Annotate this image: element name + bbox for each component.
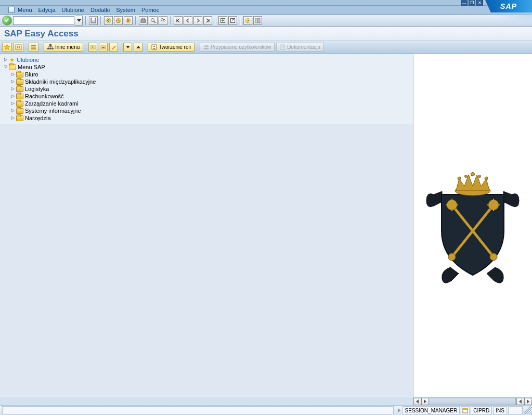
- svg-point-33: [204, 45, 206, 47]
- add-to-favorites-button[interactable]: +: [88, 43, 97, 51]
- status-system: CIPRD: [471, 406, 492, 414]
- next-page-button[interactable]: [193, 16, 202, 25]
- exit-button[interactable]: [114, 16, 123, 25]
- screen-header: SAP Easy Access: [0, 27, 532, 41]
- prev-page-button[interactable]: [184, 16, 192, 25]
- tree-item[interactable]: ▷Biuro: [3, 71, 413, 78]
- change-favorites-button[interactable]: [109, 43, 118, 51]
- create-role-button[interactable]: Tworzenie roli: [148, 43, 194, 51]
- back-button[interactable]: [104, 16, 113, 25]
- maximize-icon[interactable]: ❐: [469, 0, 475, 6]
- folder-icon: [16, 94, 23, 99]
- sap-logo: SAP: [485, 0, 532, 12]
- command-field-dropdown[interactable]: [75, 16, 83, 25]
- create-session-button[interactable]: [218, 16, 227, 25]
- folder-icon: [16, 108, 23, 114]
- resize-grip[interactable]: [524, 406, 532, 414]
- generate-shortcut-button[interactable]: [228, 16, 237, 25]
- menu-ulubione[interactable]: Ulubione: [62, 7, 84, 13]
- tree-item[interactable]: ▷Rachunkowość: [3, 93, 413, 100]
- coat-of-arms-image: [423, 166, 522, 286]
- tree-item[interactable]: ▷Systemy informacyjne: [3, 107, 413, 114]
- collapse-icon[interactable]: ▷: [10, 101, 15, 106]
- find-next-button[interactable]: [159, 16, 167, 25]
- collapse-icon[interactable]: ▷: [10, 116, 15, 121]
- svg-point-50: [448, 253, 456, 261]
- collapse-icon[interactable]: ▷: [10, 109, 15, 113]
- folder-icon: [16, 72, 23, 77]
- tree-item[interactable]: ▷Zarządzanie kadrami: [3, 100, 413, 107]
- find-button[interactable]: [149, 16, 158, 25]
- enter-button[interactable]: ✔: [2, 16, 12, 25]
- close-icon[interactable]: ✕: [476, 0, 483, 6]
- navigation-tree[interactable]: ▷ ★ Ulubione ▽ Menu SAP ▷Biuro ▷Składnik…: [0, 54, 413, 122]
- svg-marker-19: [4, 44, 10, 50]
- standard-toolbar: ✔ ?: [0, 15, 532, 27]
- svg-point-42: [471, 173, 475, 176]
- menu-system[interactable]: System: [116, 7, 135, 13]
- expand-favorites-button[interactable]: [29, 43, 38, 51]
- collapse-icon[interactable]: ▷: [10, 80, 15, 84]
- svg-point-44: [465, 175, 468, 178]
- folder-icon: [16, 79, 23, 85]
- save-button[interactable]: [89, 16, 98, 25]
- expand-icon[interactable]: ▽: [3, 65, 8, 70]
- collapse-icon[interactable]: ▷: [10, 94, 15, 99]
- other-menu-button[interactable]: Inne menu: [44, 43, 83, 51]
- move-down-button[interactable]: [123, 43, 132, 51]
- svg-point-45: [478, 175, 481, 178]
- users-icon: [203, 44, 209, 50]
- tree-favorites[interactable]: ▷ ★ Ulubione: [3, 56, 413, 63]
- scroll-right2-button[interactable]: [524, 398, 532, 405]
- cancel-button[interactable]: [124, 16, 133, 25]
- scroll-track[interactable]: [430, 398, 516, 405]
- svg-rect-26: [52, 48, 54, 49]
- svg-rect-18: [258, 18, 260, 23]
- svg-line-8: [154, 21, 155, 23]
- help-button[interactable]: ?: [243, 16, 252, 25]
- minimize-icon[interactable]: —: [461, 0, 468, 6]
- collapse-icon[interactable]: ▷: [10, 87, 15, 92]
- image-pane-scrollbar[interactable]: [413, 397, 532, 405]
- collapse-icon[interactable]: ▷: [10, 72, 15, 77]
- tree-item[interactable]: ▷Narzędzia: [3, 114, 413, 122]
- svg-point-41: [458, 177, 461, 180]
- tree-root-sap-menu[interactable]: ▽ Menu SAP: [3, 63, 413, 71]
- tree-item[interactable]: ▷Logistyka: [3, 85, 413, 93]
- tree-item[interactable]: ▷Składniki międzyaplikacyjne: [3, 78, 413, 85]
- folder-icon: [16, 115, 23, 121]
- scroll-right-button[interactable]: [421, 398, 429, 405]
- customize-layout-button[interactable]: [253, 16, 262, 25]
- favorite-add-button[interactable]: [2, 43, 12, 51]
- print-button[interactable]: [139, 16, 148, 25]
- delete-favorites-button[interactable]: [99, 43, 108, 51]
- status-transaction: SESSION_MANAGER: [403, 406, 460, 414]
- svg-point-32: [153, 46, 155, 47]
- favorite-delete-button[interactable]: [14, 43, 23, 51]
- tree-label: Zarządzanie kadrami: [25, 100, 79, 107]
- status-message: [2, 406, 394, 414]
- folder-open-icon: [9, 64, 16, 70]
- doc-icon: [280, 44, 286, 50]
- tree-label: Narzędzia: [25, 114, 51, 122]
- svg-text:+: +: [92, 45, 94, 49]
- documentation-button: Dokumentacja: [276, 43, 324, 51]
- svg-point-43: [485, 177, 488, 180]
- menu-dodatki[interactable]: Dodatki: [90, 7, 110, 13]
- command-field[interactable]: [13, 16, 74, 25]
- svg-rect-5: [141, 20, 146, 22]
- last-page-button[interactable]: [203, 16, 212, 25]
- scroll-left-button[interactable]: [413, 398, 421, 405]
- scroll-left2-button[interactable]: [516, 398, 524, 405]
- menu-pomoc[interactable]: Pomoc: [141, 7, 159, 13]
- status-expand-icon[interactable]: [398, 408, 400, 412]
- folder-icon: [16, 86, 23, 92]
- system-menu-icon[interactable]: [8, 7, 15, 13]
- menu-edycja[interactable]: Edycja: [38, 7, 56, 13]
- move-up-button[interactable]: [134, 43, 142, 51]
- status-session-icon[interactable]: [461, 406, 470, 414]
- svg-rect-1: [92, 18, 95, 20]
- menu-menu[interactable]: Menu: [18, 7, 32, 13]
- first-page-button[interactable]: [174, 16, 183, 25]
- collapse-icon[interactable]: ▷: [3, 58, 8, 62]
